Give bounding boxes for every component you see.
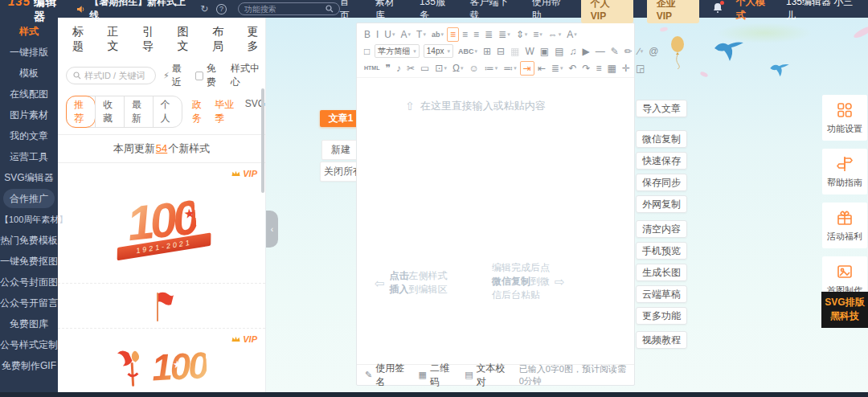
text-bg-color-icon[interactable]: A▾ — [564, 27, 579, 42]
special-char-icon[interactable]: Ω▾ — [450, 61, 466, 76]
free-filter[interactable]: 免费 — [195, 62, 223, 89]
sidebar-item-0[interactable]: 样式 — [0, 21, 58, 42]
mode-toggle[interactable]: 个人模式 — [736, 0, 772, 23]
app-logo[interactable]: 135 编辑器 — [8, 0, 65, 24]
recent-filter[interactable]: ⚡ 最近 — [163, 62, 188, 89]
font-family-select[interactable]: 苹方简细▾ — [375, 44, 420, 58]
divider-style-icon[interactable]: ≕▾ — [501, 61, 519, 76]
outdent-2em-icon[interactable]: ⇤ — [535, 61, 548, 76]
style-center-link[interactable]: 样式中心 — [231, 62, 265, 89]
locked-feature-icon[interactable]: ▦ — [508, 44, 522, 59]
filter-pill-2[interactable]: 最新 — [124, 96, 153, 127]
sidebar-item-7[interactable]: SVG编辑器 — [0, 167, 58, 188]
action-button-外网复制[interactable]: 外网复制 — [636, 195, 687, 213]
sidebar-item-14[interactable]: 免费图库 — [0, 313, 58, 334]
help-icon[interactable]: ? — [216, 4, 227, 14]
style-tab-1[interactable]: 正文 — [108, 25, 126, 54]
format-painter-icon[interactable]: ✏ — [622, 44, 635, 59]
style-tab-0[interactable]: 标题 — [72, 25, 91, 54]
insert-table-icon[interactable]: ⊞ — [481, 44, 493, 59]
sidebar-item-10[interactable]: 热门免费模板 — [0, 230, 58, 251]
new-doc-icon[interactable]: □ — [362, 44, 372, 59]
style-item-red-flag[interactable] — [58, 284, 265, 329]
style-search[interactable] — [66, 67, 156, 84]
action-button-微信复制[interactable]: 微信复制 — [636, 130, 687, 148]
rail-card-活动福利[interactable]: 活动福利 — [822, 203, 867, 248]
audio-note-icon[interactable]: ♪ — [394, 61, 403, 76]
sidebar-item-13[interactable]: 公众号开留言 — [0, 293, 58, 313]
sidebar-item-8[interactable]: 合作推广 — [3, 189, 55, 208]
drag-move-icon[interactable]: ✛ — [620, 61, 633, 76]
mention-icon[interactable]: @ — [646, 44, 661, 59]
action-button-云端草稿[interactable]: 云端草稿 — [636, 285, 687, 303]
list-style-icon[interactable]: ≔▾ — [482, 61, 501, 76]
insert-card-icon[interactable]: ▭ — [418, 61, 432, 76]
filter-pill-0[interactable]: 推荐 — [66, 96, 96, 128]
style-tab-3[interactable]: 图文 — [178, 25, 196, 54]
emoji-icon[interactable]: ☺ — [466, 61, 481, 76]
function-search[interactable] — [238, 2, 340, 15]
free-checkbox[interactable] — [195, 72, 203, 80]
sidebar-item-9[interactable]: 【100周年素材】 — [0, 209, 58, 230]
function-search-input[interactable] — [244, 5, 321, 14]
insert-video-icon[interactable]: ▶ — [579, 44, 592, 59]
paragraph-format-icon[interactable]: ≣▾ — [496, 27, 513, 42]
notification-bell[interactable] — [713, 2, 723, 15]
style-item-party-100th-emblem[interactable]: VIP 100★ 1921-2021 — [58, 163, 265, 284]
redo-icon[interactable]: ↷ — [579, 61, 592, 76]
undo-icon[interactable]: ↶ — [566, 61, 579, 76]
font-size-select[interactable]: 14px▾ — [424, 44, 453, 58]
underline-icon[interactable]: U▾ — [382, 27, 397, 42]
signature-button[interactable]: ✎ 使用签名 — [365, 362, 406, 389]
align-right-icon[interactable]: ≡ — [471, 27, 481, 42]
sidebar-item-1[interactable]: 一键排版 — [0, 42, 58, 63]
style-item-100-with-flag[interactable]: VIP 100★ — [58, 329, 265, 397]
action-button-视频教程[interactable]: 视频教程 — [636, 331, 687, 349]
sidebar-item-5[interactable]: 我的文章 — [0, 125, 58, 146]
blockquote-icon[interactable]: ❞ — [383, 61, 392, 76]
editor-content-area[interactable]: ⇧ 在这里直接输入或粘贴内容 ⇦ 点击左侧样式 插入到编辑区 编辑完成后点 微信… — [357, 78, 634, 366]
top-nav-item-1[interactable]: 素材库 — [375, 0, 402, 23]
indent-2em-icon[interactable]: ⇥ — [520, 61, 534, 76]
action-button-快速保存[interactable]: 快速保存 — [636, 152, 687, 170]
font-color-icon[interactable]: A▾ — [399, 27, 414, 42]
letter-spacing-icon[interactable]: ⇔▾ — [546, 27, 564, 42]
svg-typeset-badge[interactable]: SVG排版 黑科技 — [821, 292, 868, 328]
sidebar-item-12[interactable]: 公众号封面图 — [0, 272, 58, 293]
unlink-icon[interactable]: ✂ — [404, 61, 417, 76]
qrcode-button[interactable]: ▦ 二维码 — [419, 362, 452, 389]
announcement-link[interactable]: 【暑期招生】新样式上线 — [76, 0, 190, 23]
top-nav-item-3[interactable]: 客户端下载 — [469, 0, 514, 23]
align-left-icon[interactable]: ≡ — [447, 27, 459, 42]
insert-hr-icon[interactable]: — — [593, 44, 608, 59]
tag-link-1[interactable]: 毕业季 — [215, 98, 235, 125]
personal-vip-button[interactable]: 个人VIP — [581, 0, 633, 23]
action-button-清空内容[interactable]: 清空内容 — [636, 220, 687, 238]
fullscreen-icon[interactable]: ◲ — [633, 61, 647, 76]
action-button-导入文章[interactable]: 导入文章 — [636, 100, 687, 117]
enterprise-vip-button[interactable]: 企业VIP — [647, 0, 699, 23]
table-border-icon[interactable]: ▦ — [605, 61, 619, 76]
top-nav-item-4[interactable]: 使用帮助 — [532, 0, 567, 23]
align-center-icon[interactable]: ≡ — [460, 27, 470, 42]
image-gallery-icon[interactable]: ▤ — [552, 44, 566, 59]
rail-card-帮助指南[interactable]: 帮助指南 — [822, 149, 867, 194]
style-tab-2[interactable]: 引导 — [142, 25, 161, 54]
notice-count[interactable]: 54 — [156, 142, 167, 154]
style-tab-5[interactable]: 更多 — [248, 25, 266, 54]
top-nav-item-0[interactable]: 首页 — [340, 0, 358, 23]
tag-link-0[interactable]: 政务 — [192, 98, 206, 125]
align-justify-icon[interactable]: ≣ — [482, 27, 495, 42]
insert-file-icon[interactable]: ⊡▾ — [432, 61, 449, 76]
bold-icon[interactable]: B — [362, 27, 373, 42]
action-button-生成长图[interactable]: 生成长图 — [636, 264, 687, 281]
spell-check-icon[interactable]: ABC▾ — [456, 44, 480, 59]
filter-pill-1[interactable]: 收藏 — [95, 96, 124, 127]
clear-empty-lines-icon[interactable]: ≡ — [594, 61, 604, 76]
insert-template-icon[interactable]: ⊟ — [494, 44, 507, 59]
action-button-保存同步[interactable]: 保存同步 — [636, 174, 687, 191]
style-search-input[interactable] — [84, 71, 149, 80]
italic-icon[interactable]: I — [374, 27, 381, 42]
rail-card-功能设置[interactable]: 功能设置 — [822, 95, 867, 141]
sidebar-item-4[interactable]: 图片素材 — [0, 104, 58, 125]
